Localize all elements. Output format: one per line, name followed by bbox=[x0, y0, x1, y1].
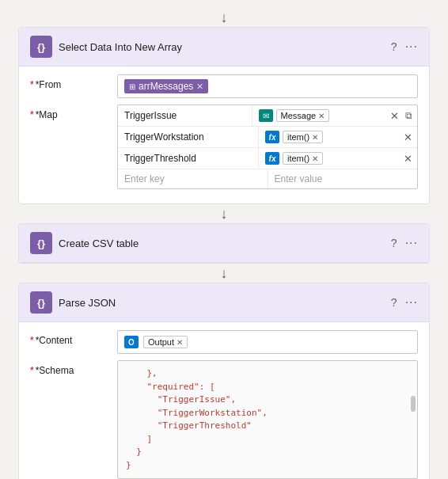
tag-item0-2-close[interactable]: ✕ bbox=[312, 133, 318, 142]
parse-json-header: {} Parse JSON ? ··· bbox=[19, 283, 429, 322]
content-label: *Content bbox=[30, 330, 117, 346]
tag-message: Message ✕ bbox=[276, 109, 330, 122]
create-csv-card: {} Create CSV table ? ··· bbox=[18, 223, 430, 264]
map-row-1-actions: ✕ ⧉ bbox=[385, 105, 417, 126]
map-table: TriggerIssue ✉ Message ✕ ✕ bbox=[117, 105, 418, 189]
map-label: *Map bbox=[30, 105, 117, 120]
output-tag-close[interactable]: ✕ bbox=[177, 338, 183, 347]
from-value: ⊞ arrMessages ✕ bbox=[117, 74, 418, 98]
map-row-1-copy-icon[interactable]: ⧉ bbox=[405, 110, 412, 121]
parse-json-header-left: {} Parse JSON bbox=[30, 291, 116, 314]
arrow-1: ↓ bbox=[221, 204, 228, 223]
schema-label: *Schema bbox=[30, 360, 117, 376]
parse-json-help-icon[interactable]: ? bbox=[391, 296, 397, 309]
arrow-top: ↓ bbox=[221, 8, 228, 27]
content-input-box[interactable]: O Output ✕ bbox=[117, 330, 418, 354]
map-row-3-actions: ✕ bbox=[399, 148, 417, 169]
schema-row: *Schema }, "required": [ "TriggerIssue",… bbox=[30, 360, 418, 479]
map-row-1: TriggerIssue ✉ Message ✕ ✕ bbox=[118, 105, 417, 127]
select-data-card: {} Select Data Into New Array ? ··· *Fro… bbox=[18, 27, 430, 204]
create-csv-icon: {} bbox=[30, 232, 52, 254]
content-row: *Content O Output ✕ bbox=[30, 330, 418, 354]
from-input-box[interactable]: ⊞ arrMessages ✕ bbox=[117, 74, 418, 98]
tag-item0-2: item() ✕ bbox=[283, 131, 323, 143]
content-value: O Output ✕ bbox=[117, 330, 418, 354]
select-data-menu-icon[interactable]: ··· bbox=[405, 40, 418, 54]
from-token-icon: ⊞ bbox=[129, 82, 135, 91]
parse-json-icon: {} bbox=[30, 291, 52, 314]
fx-icon-3: fx bbox=[265, 152, 279, 165]
select-data-title: Select Data Into New Array bbox=[59, 41, 182, 53]
parse-json-body: *Content O Output ✕ *Schema } bbox=[19, 322, 429, 479]
create-csv-menu-icon[interactable]: ··· bbox=[405, 236, 418, 250]
arrow-2: ↓ bbox=[221, 264, 228, 283]
schema-scrollbar bbox=[411, 396, 416, 412]
from-label: *From bbox=[30, 74, 117, 90]
create-csv-header-left: {} Create CSV table bbox=[30, 232, 139, 254]
select-data-icon: {} bbox=[30, 36, 52, 58]
create-csv-title: Create CSV table bbox=[59, 238, 139, 249]
create-csv-header-right: ? ··· bbox=[391, 236, 418, 250]
tag-message-close[interactable]: ✕ bbox=[318, 112, 325, 120]
map-value: TriggerIssue ✉ Message ✕ ✕ bbox=[117, 105, 418, 189]
schema-area[interactable]: }, "required": [ "TriggerIssue", "Trigge… bbox=[117, 360, 418, 479]
map-placeholder-key[interactable]: Enter key bbox=[118, 169, 268, 188]
schema-line-2: "required": [ bbox=[126, 381, 409, 394]
create-csv-header: {} Create CSV table ? ··· bbox=[19, 224, 429, 263]
flow-container: ↓ {} Select Data Into New Array ? ··· *F… bbox=[18, 8, 430, 479]
map-val-3: fx item() ✕ bbox=[259, 148, 399, 169]
map-key-3: TriggerThreshold bbox=[118, 148, 259, 169]
map-row-placeholder: Enter key Enter value bbox=[118, 169, 417, 188]
parse-json-card: {} Parse JSON ? ··· *Content O Output ✕ bbox=[18, 283, 430, 479]
map-row-2: TriggerWorkstation fx item() ✕ ✕ bbox=[118, 127, 417, 148]
from-token-text: arrMessages bbox=[139, 81, 193, 92]
select-data-help-icon[interactable]: ? bbox=[391, 40, 397, 53]
select-data-header-right: ? ··· bbox=[391, 40, 418, 54]
map-key-1: TriggerIssue bbox=[118, 105, 252, 126]
schema-line-5: "TriggerThreshold" bbox=[126, 420, 409, 433]
tag-item0-3-close[interactable]: ✕ bbox=[312, 154, 318, 163]
select-data-header: {} Select Data Into New Array ? ··· bbox=[19, 28, 429, 67]
tag-item0-3: item() ✕ bbox=[283, 152, 323, 165]
select-data-header-left: {} Select Data Into New Array bbox=[30, 36, 182, 58]
parse-json-title: Parse JSON bbox=[59, 297, 116, 309]
map-row: *Map TriggerIssue ✉ Message bbox=[30, 105, 418, 189]
map-row-1-delete[interactable]: ✕ bbox=[390, 110, 399, 122]
map-placeholder-val[interactable]: Enter value bbox=[268, 169, 418, 188]
create-csv-help-icon[interactable]: ? bbox=[391, 237, 397, 249]
schema-value: }, "required": [ "TriggerIssue", "Trigge… bbox=[117, 360, 418, 479]
schema-line-1: }, bbox=[126, 367, 409, 381]
map-row-3: TriggerThreshold fx item() ✕ ✕ bbox=[118, 148, 417, 169]
output-icon: O bbox=[124, 336, 139, 348]
map-row-3-delete[interactable]: ✕ bbox=[404, 153, 412, 165]
schema-line-7: } bbox=[126, 446, 409, 459]
fx-icon-2: fx bbox=[265, 131, 279, 143]
map-val-1: ✉ Message ✕ bbox=[252, 105, 386, 126]
from-token-close[interactable]: ✕ bbox=[196, 82, 203, 92]
from-token: ⊞ arrMessages ✕ bbox=[124, 79, 208, 93]
select-data-body: *From ⊞ arrMessages ✕ *Map bbox=[19, 67, 429, 203]
schema-line-6: ] bbox=[126, 433, 409, 447]
schema-line-3: "TriggerIssue", bbox=[126, 393, 409, 407]
map-row-2-actions: ✕ bbox=[399, 127, 417, 147]
map-row-2-delete[interactable]: ✕ bbox=[404, 131, 412, 143]
schema-line-4: "TriggerWorkstation", bbox=[126, 407, 409, 420]
map-val-2: fx item() ✕ bbox=[259, 127, 399, 147]
schema-line-8: } bbox=[126, 459, 409, 473]
map-key-2: TriggerWorkstation bbox=[118, 127, 259, 147]
msg-icon-1: ✉ bbox=[259, 109, 273, 122]
parse-json-header-right: ? ··· bbox=[391, 295, 418, 310]
from-row: *From ⊞ arrMessages ✕ bbox=[30, 74, 418, 98]
output-tag: Output ✕ bbox=[143, 336, 188, 348]
parse-json-menu-icon[interactable]: ··· bbox=[405, 295, 418, 310]
